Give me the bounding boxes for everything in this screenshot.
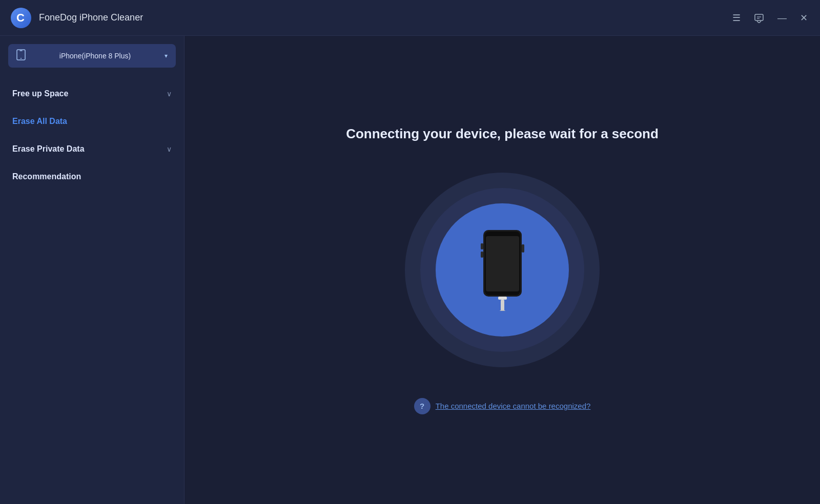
svg-rect-14 <box>481 251 483 258</box>
title-bar: C FoneDog iPhone Cleaner ☰ — ✕ <box>0 0 820 36</box>
device-not-recognized-link[interactable]: The connected device cannot be recognize… <box>436 402 591 410</box>
phone-animation <box>405 173 600 367</box>
connecting-title: Connecting your device, please wait for … <box>346 126 659 142</box>
menu-button[interactable]: ☰ <box>730 11 743 25</box>
help-section: ? The connected device cannot be recogni… <box>414 398 591 414</box>
sidebar-item-recommendation[interactable]: Recommendation <box>0 163 184 191</box>
device-icon <box>16 49 26 62</box>
minimize-button[interactable]: — <box>775 11 789 25</box>
app-logo: C <box>10 7 32 29</box>
svg-rect-2 <box>755 14 763 20</box>
device-name: iPhone(iPhone 8 Plus) <box>31 52 159 60</box>
svg-rect-11 <box>495 232 510 236</box>
sidebar-item-free-up-space[interactable]: Free up Space ∨ <box>0 80 184 108</box>
svg-point-17 <box>499 310 505 311</box>
svg-rect-16 <box>501 300 504 311</box>
device-selector[interactable]: iPhone(iPhone 8 Plus) ▾ <box>8 44 176 68</box>
help-icon: ? <box>414 398 430 414</box>
title-bar-controls: ☰ — ✕ <box>730 11 810 25</box>
sidebar-item-erase-private-data[interactable]: Erase Private Data ∨ <box>0 135 184 163</box>
svg-rect-15 <box>498 297 507 300</box>
chat-button[interactable] <box>752 11 766 25</box>
content-area: Connecting your device, please wait for … <box>184 36 820 504</box>
title-bar-left: C FoneDog iPhone Cleaner <box>10 7 143 29</box>
svg-rect-10 <box>486 236 519 291</box>
chevron-icon-2: ∨ <box>167 145 172 153</box>
svg-text:C: C <box>16 11 25 24</box>
svg-rect-12 <box>522 244 524 253</box>
chevron-icon: ∨ <box>167 90 172 98</box>
sidebar: iPhone(iPhone 8 Plus) ▾ Free up Space ∨ … <box>0 36 184 504</box>
close-button[interactable]: ✕ <box>798 11 810 25</box>
app-title: FoneDog iPhone Cleaner <box>39 12 143 23</box>
svg-point-7 <box>20 58 22 59</box>
svg-rect-13 <box>481 243 483 249</box>
main-layout: iPhone(iPhone 8 Plus) ▾ Free up Space ∨ … <box>0 36 820 504</box>
chevron-down-icon: ▾ <box>165 52 168 59</box>
sidebar-item-erase-all-data[interactable]: Erase All Data <box>0 108 184 135</box>
phone-graphic <box>481 229 524 311</box>
